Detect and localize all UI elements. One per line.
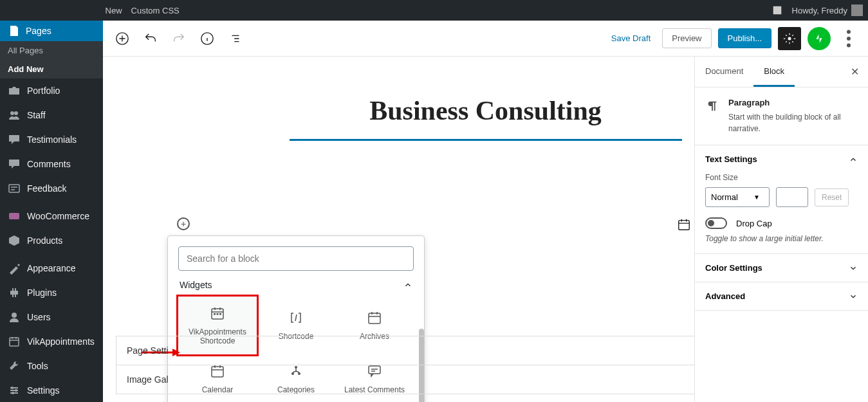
custom-css-link[interactable]: Custom CSS (131, 6, 180, 15)
svg-point-17 (847, 43, 851, 47)
svg-point-15 (847, 30, 851, 33)
chevron-up-icon (849, 155, 858, 164)
info-button[interactable] (196, 27, 219, 50)
svg-rect-22 (214, 313, 216, 315)
panel-image-gallery[interactable]: Image Gal▼ (116, 365, 771, 394)
howdy-user[interactable]: Howdy, Freddy (792, 5, 863, 16)
svg-point-8 (11, 387, 14, 389)
svg-rect-18 (679, 221, 690, 230)
sidebar-item-products[interactable]: Products (0, 228, 103, 253)
editor-toolbar: Save Draft Preview Publish... (103, 21, 868, 57)
sidebar-item-settings[interactable]: Settings (0, 378, 103, 402)
svg-point-9 (15, 389, 17, 392)
svg-point-16 (847, 37, 851, 41)
sidebar-item-plugins[interactable]: Plugins (0, 280, 103, 305)
drop-cap-label: Drop Cap (736, 219, 772, 228)
font-size-input[interactable] (776, 187, 808, 207)
chevron-down-icon (849, 292, 858, 301)
tab-document[interactable]: Document (695, 57, 753, 87)
sidebar-item-appearance[interactable]: Appearance (0, 256, 103, 280)
svg-rect-5 (9, 213, 19, 219)
outline-button[interactable] (224, 27, 247, 50)
color-settings-header[interactable]: Color Settings (695, 254, 868, 282)
svg-rect-4 (9, 185, 19, 192)
add-block-button[interactable] (111, 27, 134, 50)
svg-rect-23 (217, 313, 219, 315)
more-menu-button[interactable] (837, 27, 860, 50)
admin-sidebar: Pages All Pages Add New Portfolio Staff … (0, 0, 103, 402)
svg-point-14 (788, 37, 791, 40)
calendar-icon[interactable] (677, 217, 691, 232)
svg-point-10 (12, 392, 14, 394)
text-settings-header[interactable]: Text Settings (695, 145, 868, 173)
svg-point-6 (12, 313, 17, 318)
sidebar-item-users[interactable]: Users (0, 305, 103, 329)
sidebar-item-woocommerce[interactable]: WooCommerce (0, 204, 103, 228)
svg-rect-7 (10, 338, 19, 346)
paragraph-icon (705, 99, 719, 113)
sidebar-item-staff[interactable]: Staff (0, 103, 103, 127)
sidebar-item-testimonials[interactable]: Testimonials (0, 127, 103, 152)
tab-block[interactable]: Block (753, 57, 795, 87)
svg-rect-24 (219, 313, 221, 315)
drop-cap-help: Toggle to show a large initial letter. (705, 234, 858, 243)
panel-page-settings[interactable]: Page Setti▼ (116, 336, 771, 365)
chevron-down-icon (849, 264, 858, 273)
sidebar-item-vikappointments[interactable]: VikAppointments (0, 329, 103, 354)
block-settings-sidebar: Document Block ✕ Paragraph Start with th… (694, 57, 868, 402)
advanced-header[interactable]: Advanced (695, 282, 868, 310)
title-underline (290, 139, 682, 141)
chevron-up-icon (403, 280, 412, 289)
preview-button[interactable]: Preview (662, 28, 711, 48)
svg-point-2 (10, 111, 14, 115)
undo-button[interactable] (139, 27, 162, 50)
sidebar-item-comments[interactable]: Comments (0, 152, 103, 176)
reset-button[interactable]: Reset (815, 188, 849, 206)
sidebar-item-tools[interactable]: Tools (0, 354, 103, 378)
avatar (851, 5, 863, 16)
svg-rect-1 (773, 6, 781, 15)
close-sidebar-button[interactable]: ✕ (842, 57, 868, 87)
font-size-select[interactable]: Normal▼ (705, 187, 770, 207)
inline-add-block-button[interactable]: + (177, 217, 190, 230)
admin-bar: Test 0 +New Custom CSS Howdy, Freddy (0, 0, 868, 21)
font-size-label: Font Size (705, 173, 858, 182)
sidebar-item-portfolio[interactable]: Portfolio (0, 78, 103, 103)
sidebar-item-pages[interactable]: Pages (0, 21, 103, 41)
publish-button[interactable]: Publish... (718, 28, 771, 48)
notes-icon[interactable] (771, 5, 783, 16)
block-category-header[interactable]: Widgets (178, 271, 414, 297)
sidebar-sub-add-new[interactable]: Add New (0, 60, 103, 78)
jetpack-button[interactable] (808, 27, 831, 50)
redo-button[interactable] (167, 27, 190, 50)
svg-rect-25 (369, 313, 380, 324)
drop-cap-toggle[interactable] (705, 217, 727, 229)
settings-toggle-button[interactable] (778, 27, 801, 50)
block-type-description: Start with the building block of all nar… (728, 111, 858, 134)
block-type-title: Paragraph (728, 98, 858, 107)
sidebar-sub-all-pages[interactable]: All Pages (0, 41, 103, 60)
save-draft-button[interactable]: Save Draft (606, 28, 656, 48)
block-search-input[interactable] (178, 246, 414, 271)
sidebar-item-feedback[interactable]: Feedback (0, 176, 103, 201)
svg-point-3 (14, 111, 18, 115)
